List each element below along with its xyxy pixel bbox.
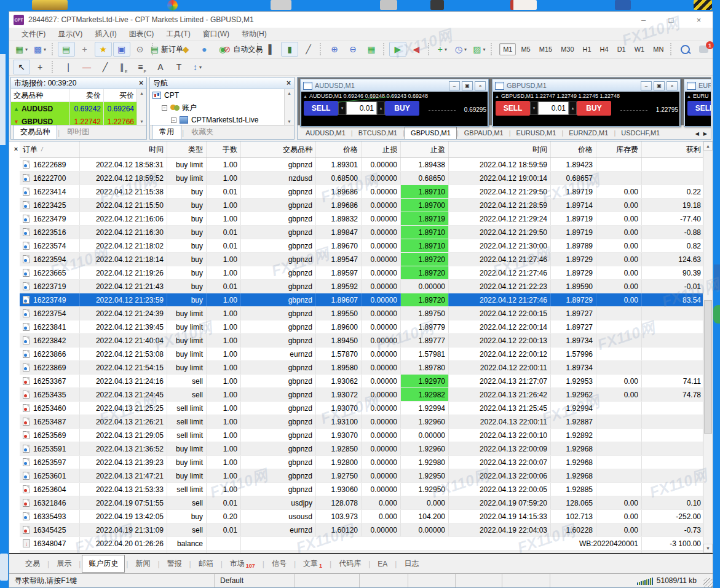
- order-row-16222689[interactable]: 162226892022.04.12 18:58:31buy limit1.00…: [20, 158, 703, 172]
- strategy-tester-button[interactable]: ⊙: [132, 42, 149, 57]
- market-watch-scrollbar[interactable]: ▲ ▼: [136, 89, 146, 125]
- chart-tab-gbpusd-m1[interactable]: GBPUSD,M1: [405, 127, 457, 139]
- tabs-scroll-left-icon[interactable]: ◀: [695, 131, 699, 137]
- dropdown-arrow-icon[interactable]: ▾: [483, 47, 486, 52]
- chart-minimize-button[interactable]: –: [641, 81, 652, 90]
- order-row-16223866[interactable]: 162238662022.04.12 21:53:08buy limit1.00…: [20, 348, 703, 361]
- order-row-16345425[interactable]: 163454252022.04.19 21:31:09sell0.01eurnz…: [20, 523, 703, 537]
- order-row-16223869[interactable]: 162238692022.04.12 21:54:15buy limit1.00…: [20, 361, 703, 375]
- search-button[interactable]: [676, 42, 694, 57]
- chart-window-gbpusd-m1[interactable]: GBPUSD,M1–▣×▲GBPUSD,M1 1.22747 1.22749 1…: [492, 79, 681, 127]
- col-header-4[interactable]: 交易品种: [241, 141, 316, 157]
- scrollbar-thumb[interactable]: [704, 300, 712, 434]
- chart-shift-button[interactable]: ◀: [408, 42, 425, 57]
- navigator-tab-[interactable]: 收藏夹: [184, 125, 220, 139]
- order-row-16253435[interactable]: 162534352022.04.13 21:24:45sell1.00gbpnz…: [20, 388, 703, 402]
- dropdown-arrow-icon[interactable]: ▾: [44, 47, 46, 52]
- dropdown-arrow-icon[interactable]: ▾: [199, 65, 202, 70]
- timeframe-mn-button[interactable]: MN: [649, 43, 667, 55]
- chart-minimize-button[interactable]: –: [449, 81, 460, 90]
- scroll-down-icon[interactable]: ▼: [703, 544, 713, 553]
- market-watch-row-gbpusd[interactable]: ▼GBPUSD1.227421.22766: [11, 115, 146, 125]
- terminal-tab-[interactable]: 市场107: [224, 555, 261, 572]
- chart-window-titlebar[interactable]: EUR: [684, 79, 711, 92]
- chart-tab-gbpaud-m1[interactable]: GBPAUD,M1: [459, 127, 509, 139]
- col-header-3[interactable]: 手数: [207, 141, 241, 157]
- col-header-10[interactable]: 库存费: [596, 141, 642, 157]
- order-row-16253460[interactable]: 162534602022.04.13 21:25:25sell limit1.0…: [20, 402, 703, 415]
- chart-close-button[interactable]: ×: [667, 81, 678, 90]
- chart-tab-audusd-m1[interactable]: AUDUSD,M1: [300, 127, 351, 139]
- close-button[interactable]: ×: [685, 12, 713, 28]
- text-label-button[interactable]: T: [170, 60, 188, 74]
- terminal-tab-[interactable]: 代码库: [333, 555, 367, 572]
- menu-item-c[interactable]: 图表(C): [123, 28, 160, 41]
- market-watch-tab-[interactable]: 即时图: [60, 125, 96, 139]
- order-row-16223754[interactable]: 162237542022.04.12 21:24:39buy limit1.00…: [20, 307, 703, 320]
- chart-restore-button[interactable]: ▣: [462, 81, 473, 90]
- equidistant-channel-button[interactable]: ∥E: [115, 60, 132, 74]
- market-watch-row-audusd[interactable]: ▲AUDUSD0.692420.69264: [11, 102, 146, 115]
- chart-restore-button[interactable]: ▣: [654, 81, 665, 90]
- order-row-16223841[interactable]: 162238412022.04.12 21:39:45buy limit1.00…: [20, 320, 703, 334]
- new-chart-button[interactable]: ▦▾: [13, 42, 30, 57]
- terminal-tab-[interactable]: 日志: [398, 555, 425, 572]
- crosshair-button[interactable]: +: [31, 60, 49, 74]
- navigator-scrollbar[interactable]: ▲ ▼: [284, 89, 294, 125]
- col-header-8[interactable]: 时间: [449, 141, 551, 157]
- cursor-button[interactable]: ↖: [13, 60, 30, 74]
- order-row-16223414[interactable]: 162234142022.04.12 21:15:38buy0.01gbpnzd…: [20, 185, 703, 199]
- bar-chart-mode-button[interactable]: ▌: [263, 42, 280, 57]
- order-row-16253604[interactable]: 162536042022.04.13 21:53:33sell limit1.0…: [20, 483, 703, 496]
- order-row-16253591[interactable]: 162535912022.04.13 21:36:52buy limit1.00…: [20, 442, 703, 456]
- lot-size-input[interactable]: 0.01: [538, 101, 569, 115]
- order-row-16348047[interactable]: ↓163480472022.04.20 01:26:26balanceWB:20…: [20, 537, 703, 550]
- terminal-button[interactable]: ▣: [113, 42, 130, 57]
- chart-canvas[interactable]: ▲AUDUSD,M1 0.69246 0.69248 0.69243 0.692…: [301, 92, 488, 126]
- terminal-scrollbar[interactable]: ▲ ▼: [703, 141, 713, 553]
- col-header-11[interactable]: 获利: [642, 141, 703, 157]
- chart-window-audusd-m1[interactable]: AUDUSD,M1–▣×▲AUDUSD,M1 0.69246 0.69248 0…: [300, 79, 489, 127]
- status-profile[interactable]: Default: [215, 574, 295, 587]
- tabs-scroll-right-icon[interactable]: ▶: [703, 131, 707, 137]
- order-row-16223665[interactable]: 162236652022.04.12 21:19:26buy1.00gbpnzd…: [20, 266, 703, 280]
- order-row-16253601[interactable]: 162536012022.04.13 21:47:21buy limit1.00…: [20, 469, 703, 483]
- dropdown-arrow-icon[interactable]: ▾: [25, 47, 28, 52]
- terminal-tab-ea[interactable]: EA: [371, 557, 394, 571]
- lot-decrease-icon[interactable]: ▾: [530, 101, 538, 115]
- timeframe-w1-button[interactable]: W1: [631, 43, 649, 55]
- col-header-1[interactable]: 时间: [80, 141, 167, 157]
- col-header-6[interactable]: 止损: [362, 141, 401, 157]
- terminal-tab-[interactable]: 交易: [19, 555, 46, 572]
- market-watch-tab-[interactable]: 交易品种: [13, 125, 57, 139]
- sell-button[interactable]: SELL: [496, 101, 530, 116]
- terminal-tab-[interactable]: 信号: [266, 555, 293, 572]
- scroll-up-icon[interactable]: ▲: [287, 89, 291, 97]
- order-row-16253569[interactable]: 162535692022.04.13 21:29:05sell limit1.0…: [20, 429, 703, 442]
- text-button[interactable]: A: [152, 60, 169, 74]
- autotrade-button[interactable]: ⊘自动交易: [232, 42, 254, 57]
- chart-canvas[interactable]: ▲GBPUSD,M1 1.22747 1.22749 1.22745 1.227…: [493, 92, 679, 126]
- zoom-in-button[interactable]: ⊕: [326, 42, 343, 57]
- nav-node-cptmarketsltd-live[interactable]: −CPTMarketsLtd-Live: [150, 114, 294, 125]
- close-icon[interactable]: ×: [287, 79, 291, 87]
- col-header-7[interactable]: 止盈: [401, 141, 449, 157]
- timeframe-h1-button[interactable]: H1: [579, 43, 595, 55]
- vertical-line-button[interactable]: |: [60, 60, 77, 74]
- dropdown-arrow-icon[interactable]: ▾: [445, 47, 447, 52]
- order-row-16223749[interactable]: 162237492022.04.12 21:23:59buy1.00gbpnzd…: [20, 293, 703, 307]
- scroll-up-icon[interactable]: ▲: [703, 141, 713, 151]
- order-row-16223425[interactable]: 162234252022.04.12 21:15:50buy1.00gbpnzd…: [20, 199, 703, 212]
- chart-window-titlebar[interactable]: GBPUSD,M1–▣×: [493, 79, 680, 92]
- timeframe-m1-button[interactable]: M1: [499, 43, 516, 55]
- new-order-button[interactable]: ▤新订单: [157, 42, 176, 57]
- market-watch-col-header[interactable]: 交易品种: [11, 89, 70, 101]
- navigator-button[interactable]: ★: [95, 42, 112, 57]
- horizontal-line-button[interactable]: —: [78, 60, 95, 74]
- chart-tab-btcusd-m1[interactable]: BTCUSD,M1: [353, 127, 403, 139]
- sell-button[interactable]: SELL: [687, 101, 711, 116]
- market-watch-col-header[interactable]: 买价: [104, 89, 137, 101]
- order-row-16253367[interactable]: 162533672022.04.13 21:24:16sell1.00gbpnz…: [20, 375, 703, 388]
- order-row-16222700[interactable]: 162227002022.04.12 18:59:52buy limit1.00…: [20, 172, 703, 185]
- lot-increase-icon[interactable]: ▴: [569, 101, 577, 115]
